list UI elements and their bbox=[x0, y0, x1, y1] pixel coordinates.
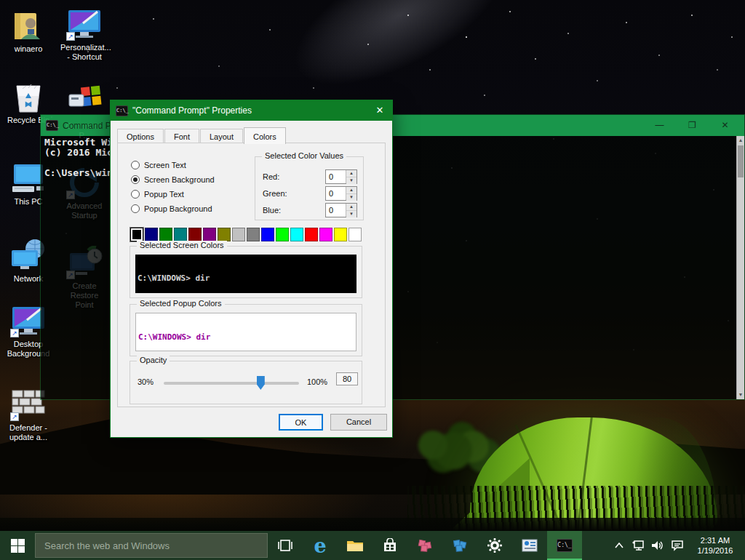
wallpaper-stars bbox=[0, 0, 1, 1]
monitor-pen-icon: ↗ bbox=[60, 6, 108, 41]
desktop-icon-winaero[interactable]: winaero bbox=[4, 7, 52, 54]
cmd-close-button[interactable]: ✕ bbox=[709, 115, 741, 136]
radio-circle-selected bbox=[131, 175, 140, 184]
selected-popup-colors-group: Selected Popup Colors C:\WINDOWS> dir SY… bbox=[130, 304, 362, 356]
tray-network[interactable] bbox=[629, 531, 648, 560]
tab-colors[interactable]: Colors bbox=[244, 127, 286, 144]
network-icon bbox=[632, 540, 645, 551]
spinner-arrows[interactable]: ▲▼ bbox=[346, 170, 356, 183]
dialog-titlebar[interactable]: C:\_ "Command Prompt" Properties ✕ bbox=[111, 100, 392, 121]
spinner-arrows[interactable]: ▲▼ bbox=[346, 187, 356, 200]
start-button[interactable] bbox=[0, 531, 35, 560]
tab-font[interactable]: Font bbox=[164, 129, 199, 143]
swatch-gray[interactable] bbox=[247, 228, 260, 241]
cmd-minimize-button[interactable]: — bbox=[643, 115, 676, 136]
spin-up-icon: ▲ bbox=[346, 204, 356, 211]
tab-layout[interactable]: Layout bbox=[200, 129, 243, 143]
system-panel-icon bbox=[522, 539, 538, 552]
tab-options[interactable]: Options bbox=[117, 129, 164, 143]
spin-up-icon: ▲ bbox=[346, 187, 356, 194]
opacity-slider-thumb[interactable] bbox=[257, 376, 265, 390]
edge-icon: e bbox=[314, 536, 326, 556]
swatch-white[interactable] bbox=[348, 228, 362, 241]
radio-popup-background[interactable]: Popup Background bbox=[131, 201, 215, 216]
desktop-icon-personalization[interactable]: ↗ Personalizat... - Shortcut bbox=[60, 6, 108, 62]
color-target-radios: Screen Text Screen Background Popup Text… bbox=[131, 158, 215, 216]
ok-button[interactable]: OK bbox=[279, 414, 323, 431]
blue-value-row: Blue: 0▲▼ bbox=[263, 202, 357, 217]
command-prompt-properties-dialog: C:\_ "Command Prompt" Properties ✕ Optio… bbox=[110, 100, 393, 438]
blue-spinner[interactable]: 0▲▼ bbox=[325, 203, 357, 217]
radio-popup-text[interactable]: Popup Text bbox=[131, 187, 215, 201]
swatch-blue[interactable] bbox=[261, 228, 274, 241]
store-icon bbox=[383, 538, 397, 553]
red-value-row: Red: 0▲▼ bbox=[263, 169, 357, 184]
color-swatch-row bbox=[130, 228, 362, 241]
selected-color-values-group: Selected Color Values Red: 0▲▼ Green: 0▲… bbox=[255, 156, 364, 220]
taskbar-app-blue-cubes[interactable] bbox=[442, 531, 477, 560]
cmd-taskbar-icon: C:\_ bbox=[557, 539, 573, 552]
wallpaper-ground bbox=[0, 518, 745, 531]
shortcut-arrow-icon: ↗ bbox=[10, 329, 19, 337]
scroll-down-icon[interactable]: ▼ bbox=[737, 391, 744, 399]
gear-icon bbox=[487, 537, 503, 553]
speaker-icon bbox=[650, 540, 664, 551]
clock-date: 1/19/2016 bbox=[691, 545, 739, 556]
swatch-magenta[interactable] bbox=[319, 228, 332, 241]
taskbar-app-pink-cubes[interactable] bbox=[407, 531, 442, 560]
tray-action-center[interactable] bbox=[666, 531, 688, 560]
opacity-slider-track[interactable] bbox=[164, 382, 299, 385]
radio-screen-text[interactable]: Screen Text bbox=[131, 158, 215, 172]
swatch-maroon[interactable] bbox=[188, 228, 202, 241]
taskbar-command-prompt[interactable]: C:\_ bbox=[547, 531, 582, 560]
spin-down-icon: ▼ bbox=[346, 211, 356, 217]
swatch-teal[interactable] bbox=[174, 228, 187, 241]
spinner-arrows[interactable]: ▲▼ bbox=[346, 204, 356, 217]
cmd-scrollbar[interactable]: ▲ ▼ bbox=[736, 136, 744, 399]
cmd-console-text: Microsoft Wi(c) 2016 Mic C:\Users\win bbox=[44, 137, 113, 178]
swatch-navy[interactable] bbox=[145, 228, 158, 241]
screen-colors-preview: C:\WINDOWS> dir SYSTEM <DIR> 10-01-99 5:… bbox=[135, 255, 356, 293]
swatch-cyan[interactable] bbox=[290, 228, 303, 241]
radio-circle bbox=[131, 190, 140, 199]
taskbar-search-box[interactable]: Search the web and Windows bbox=[35, 533, 268, 558]
swatch-silver[interactable] bbox=[232, 228, 245, 241]
tray-chevron-up[interactable] bbox=[610, 531, 629, 560]
clock-time: 2:31 AM bbox=[691, 535, 739, 545]
swatch-lime[interactable] bbox=[276, 228, 289, 241]
swatch-red[interactable] bbox=[305, 228, 318, 241]
task-view-button[interactable] bbox=[268, 531, 303, 560]
cmd-maximize-button[interactable]: ❐ bbox=[676, 115, 709, 136]
cancel-button[interactable]: Cancel bbox=[330, 414, 387, 431]
shortcut-arrow-icon: ↗ bbox=[66, 32, 75, 41]
taskbar-settings[interactable] bbox=[477, 531, 512, 560]
spin-down-icon: ▼ bbox=[346, 194, 356, 201]
taskbar: Search the web and Windows e C:\_ bbox=[0, 531, 745, 560]
swatch-green[interactable] bbox=[159, 228, 172, 241]
scroll-up-icon[interactable]: ▲ bbox=[737, 136, 744, 145]
recycle-bin-icon bbox=[4, 79, 52, 113]
icon-label: Defender - update a... bbox=[4, 423, 52, 442]
file-explorer-icon bbox=[346, 539, 364, 553]
green-spinner[interactable]: 0▲▼ bbox=[325, 186, 357, 201]
swatch-yellow[interactable] bbox=[334, 228, 347, 241]
taskbar-clock[interactable]: 2:31 AM 1/19/2016 bbox=[691, 535, 739, 556]
tray-volume[interactable] bbox=[648, 531, 666, 560]
dialog-close-button[interactable]: ✕ bbox=[367, 100, 392, 121]
action-center-icon bbox=[671, 540, 684, 551]
wallpaper-bush bbox=[418, 431, 447, 460]
dialog-buttons: OK Cancel bbox=[279, 414, 387, 431]
icon-label: winaero bbox=[4, 44, 52, 54]
scroll-thumb[interactable] bbox=[738, 145, 744, 177]
swatch-olive[interactable] bbox=[218, 228, 231, 241]
radio-screen-background[interactable]: Screen Background bbox=[131, 172, 215, 187]
search-placeholder: Search the web and Windows bbox=[44, 540, 170, 551]
taskbar-edge[interactable]: e bbox=[303, 531, 338, 560]
swatch-purple[interactable] bbox=[203, 228, 216, 241]
swatch-black[interactable] bbox=[130, 228, 143, 241]
taskbar-system-panel-app[interactable] bbox=[512, 531, 547, 560]
taskbar-store[interactable] bbox=[372, 531, 407, 560]
opacity-value-box: 80 bbox=[336, 372, 358, 385]
red-spinner[interactable]: 0▲▼ bbox=[325, 169, 357, 184]
taskbar-file-explorer[interactable] bbox=[338, 531, 372, 560]
